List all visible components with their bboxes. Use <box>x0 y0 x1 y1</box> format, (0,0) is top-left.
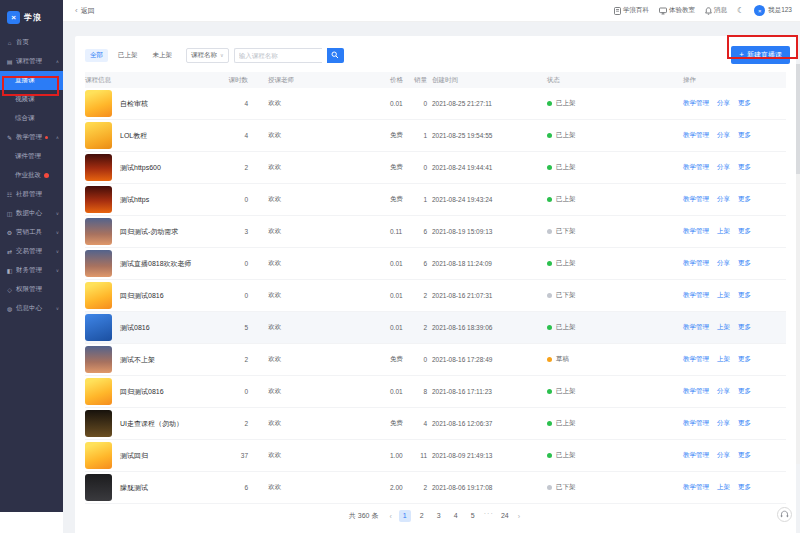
sidebar-item-mixed-course[interactable]: 综合课 <box>0 109 63 128</box>
sales-count: 4 <box>412 420 430 427</box>
search-field-select[interactable]: 课程名称 ∨ <box>186 48 229 63</box>
scrollbar-thumb[interactable] <box>796 64 800 174</box>
column-header: 课程信息 <box>85 76 215 85</box>
action-link[interactable]: 更多 <box>738 227 751 234</box>
sidebar-item-permission[interactable]: ◇ 权限管理 <box>0 280 63 299</box>
trade-icon: ⇄ <box>6 248 13 255</box>
action-link[interactable]: 分享 <box>717 163 730 170</box>
action-link[interactable]: 分享 <box>717 259 730 266</box>
action-link[interactable]: 教学管理 <box>683 387 709 394</box>
page-number[interactable]: 3 <box>433 510 445 522</box>
table-row: 测试回归 37 欢欢 1.00 11 2021-08-09 21:49:13 已… <box>85 440 786 472</box>
user-menu[interactable]: × 我是123 <box>754 5 792 16</box>
price: 0.11 <box>390 228 412 235</box>
customer-service-button[interactable] <box>777 507 792 522</box>
course-thumbnail <box>85 218 112 245</box>
sidebar-item-info-center[interactable]: ◍ 信息中心 ∨ <box>0 299 63 318</box>
page-number[interactable]: 5 <box>467 510 479 522</box>
column-header: 课时数 <box>215 76 250 85</box>
action-link[interactable]: 上架 <box>717 323 730 330</box>
sidebar-item-live-course[interactable]: 直播课 <box>0 71 63 90</box>
wiki-link[interactable]: 学浪百科 <box>614 6 649 15</box>
action-link[interactable]: 上架 <box>717 483 730 490</box>
sidebar-item-video-course[interactable]: 视频课 <box>0 90 63 109</box>
sidebar-item-label: 课件管理 <box>15 152 41 161</box>
action-link[interactable]: 更多 <box>738 355 751 362</box>
action-link[interactable]: 教学管理 <box>683 227 709 234</box>
community-icon: ☷ <box>6 191 13 198</box>
action-link[interactable]: 分享 <box>717 195 730 202</box>
action-link[interactable]: 更多 <box>738 131 751 138</box>
sidebar-item-finance[interactable]: ◧ 财务管理 ∨ <box>0 261 63 280</box>
sidebar-item-data-center[interactable]: ◫ 数据中心 ∨ <box>0 204 63 223</box>
sidebar-item-homework[interactable]: 作业批改 <box>0 166 63 185</box>
next-page-icon[interactable]: › <box>516 513 522 520</box>
action-link[interactable]: 更多 <box>738 387 751 394</box>
sidebar-item-home[interactable]: ⌂ 首页 <box>0 33 63 52</box>
row-actions: 教学管理分享更多 <box>680 131 786 140</box>
column-header: 销量 <box>412 76 430 85</box>
sidebar-item-teaching-mgmt[interactable]: ✎ 教学管理 ∧ <box>0 128 63 147</box>
action-link[interactable]: 教学管理 <box>683 131 709 138</box>
search-field-label: 课程名称 <box>191 51 217 60</box>
action-link[interactable]: 教学管理 <box>683 99 709 106</box>
search-input[interactable] <box>234 48 322 63</box>
sidebar-item-label: 权限管理 <box>16 285 42 294</box>
page-number[interactable]: 24 <box>499 510 511 522</box>
course-name: LOL教程 <box>120 131 147 141</box>
lesson-count: 0 <box>215 260 250 267</box>
filter-bar: 全部已上架未上架 课程名称 ∨ + 新建直播课 <box>85 46 786 64</box>
sidebar-item-trade[interactable]: ⇄ 交易管理 ∨ <box>0 242 63 261</box>
row-actions: 教学管理分享更多 <box>680 195 786 204</box>
page-number[interactable]: 4 <box>450 510 462 522</box>
action-link[interactable]: 更多 <box>738 163 751 170</box>
filter-tab[interactable]: 未上架 <box>148 49 178 62</box>
status-label: 已上架 <box>556 163 576 172</box>
search-button[interactable] <box>327 48 344 63</box>
action-link[interactable]: 教学管理 <box>683 355 709 362</box>
action-link[interactable]: 上架 <box>717 291 730 298</box>
action-link[interactable]: 教学管理 <box>683 323 709 330</box>
back-button[interactable]: ‹ 返回 <box>75 6 95 16</box>
action-link[interactable]: 更多 <box>738 323 751 330</box>
action-link[interactable]: 教学管理 <box>683 291 709 298</box>
row-actions: 教学管理上架更多 <box>680 355 786 364</box>
action-link[interactable]: 更多 <box>738 259 751 266</box>
action-link[interactable]: 上架 <box>717 355 730 362</box>
sidebar-item-courseware[interactable]: 课件管理 <box>0 147 63 166</box>
action-link[interactable]: 教学管理 <box>683 419 709 426</box>
action-link[interactable]: 更多 <box>738 291 751 298</box>
sidebar-item-marketing[interactable]: ⚙ 营销工具 ∨ <box>0 223 63 242</box>
dark-mode-toggle-icon[interactable]: ☾ <box>737 6 744 15</box>
demo-classroom-link[interactable]: 体验教室 <box>659 6 695 15</box>
action-link[interactable]: 分享 <box>717 387 730 394</box>
create-live-course-button[interactable]: + 新建直播课 <box>731 46 790 64</box>
filter-tab[interactable]: 已上架 <box>113 49 143 62</box>
messages-link[interactable]: 消息 <box>705 6 727 15</box>
action-link[interactable]: 教学管理 <box>683 163 709 170</box>
action-link[interactable]: 更多 <box>738 451 751 458</box>
page-number[interactable]: 1 <box>399 510 411 522</box>
action-link[interactable]: 更多 <box>738 419 751 426</box>
action-link[interactable]: 教学管理 <box>683 259 709 266</box>
status-label: 已上架 <box>556 195 576 204</box>
action-link[interactable]: 上架 <box>717 227 730 234</box>
filter-tab[interactable]: 全部 <box>85 49 108 62</box>
marketing-icon: ⚙ <box>6 229 13 236</box>
action-link[interactable]: 更多 <box>738 195 751 202</box>
page-number[interactable]: 2 <box>416 510 428 522</box>
action-link[interactable]: 更多 <box>738 483 751 490</box>
action-link[interactable]: 分享 <box>717 451 730 458</box>
action-link[interactable]: 更多 <box>738 99 751 106</box>
action-link[interactable]: 分享 <box>717 131 730 138</box>
sidebar-item-community[interactable]: ☷ 社群管理 <box>0 185 63 204</box>
course-name: 回归测试-勿动需求 <box>120 227 178 237</box>
sidebar-item-course-mgmt[interactable]: ▤ 课程管理 ∧ <box>0 52 63 71</box>
action-link[interactable]: 教学管理 <box>683 483 709 490</box>
sales-count: 0 <box>412 164 430 171</box>
action-link[interactable]: 分享 <box>717 99 730 106</box>
action-link[interactable]: 教学管理 <box>683 195 709 202</box>
prev-page-icon[interactable]: ‹ <box>387 513 393 520</box>
action-link[interactable]: 分享 <box>717 419 730 426</box>
action-link[interactable]: 教学管理 <box>683 451 709 458</box>
